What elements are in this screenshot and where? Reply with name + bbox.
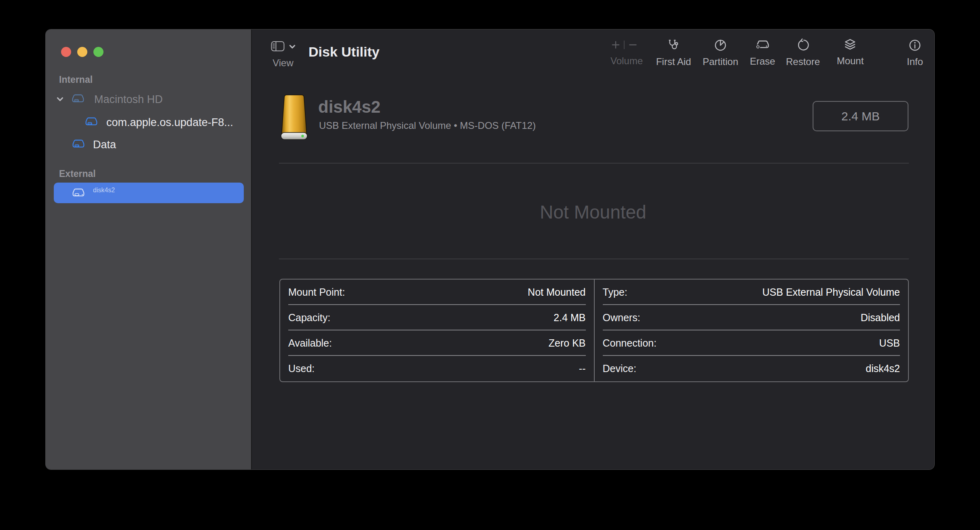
- minimize-button[interactable]: [77, 47, 87, 57]
- detail-label: Used:: [288, 363, 315, 374]
- erase-button[interactable]: Erase: [750, 38, 775, 67]
- internal-drive-icon: [72, 93, 84, 105]
- volume-drive-icon: [85, 116, 98, 128]
- disk-utility-window: Internal Macintosh HD: [46, 29, 934, 469]
- volume-title: disk4s2: [318, 97, 380, 117]
- detail-row-connection: Connection: USB: [595, 330, 908, 356]
- sidebar-item-disk4s2[interactable]: disk4s2: [54, 183, 244, 203]
- sidebar-toggle-icon: [270, 40, 285, 54]
- detail-value: Disabled: [861, 312, 900, 324]
- detail-value: Zero KB: [549, 337, 586, 349]
- sidebar-item-label: disk4s2: [93, 187, 115, 194]
- toolbar-button-label: Erase: [750, 56, 775, 67]
- size-badge: 2.4 MB: [813, 101, 908, 131]
- detail-label: Capacity:: [288, 312, 330, 324]
- details-left-column: Mount Point: Not Mounted Capacity: 2.4 M…: [280, 280, 595, 381]
- mount-button[interactable]: Mount: [837, 38, 864, 67]
- detail-value: USB External Physical Volume: [762, 286, 900, 298]
- partition-button[interactable]: Partition: [703, 38, 738, 67]
- volume-drive-icon: [72, 139, 85, 151]
- volume-subtitle: USB External Physical Volume • MS-DOS (F…: [319, 120, 536, 131]
- view-button[interactable]: View: [270, 40, 296, 69]
- toolbar-button-label: Partition: [703, 56, 738, 67]
- sidebar-section-internal: Internal: [59, 74, 93, 85]
- mount-status-message: Not Mounted: [252, 201, 934, 223]
- detail-label: Available:: [288, 337, 332, 349]
- details-right-column: Type: USB External Physical Volume Owner…: [595, 280, 908, 381]
- sidebar-item-macintosh-hd[interactable]: Macintosh HD: [46, 89, 252, 110]
- sidebar-item-data[interactable]: Data: [46, 134, 252, 155]
- detail-row-mount-point: Mount Point: Not Mounted: [280, 280, 594, 305]
- external-drive-icon: [72, 187, 85, 200]
- disclosure-chevron-icon[interactable]: [57, 96, 63, 103]
- detail-label: Connection:: [603, 337, 657, 349]
- sidebar-item-label: Macintosh HD: [94, 93, 163, 106]
- toolbar-button-label: First Aid: [656, 56, 691, 67]
- add-volume-icon: [610, 38, 644, 51]
- detail-value: 2.4 MB: [553, 312, 585, 324]
- volume-details-table: Mount Point: Not Mounted Capacity: 2.4 M…: [279, 279, 909, 382]
- toolbar-button-label: Restore: [786, 56, 820, 67]
- detail-row-device: Device: disk4s2: [595, 356, 908, 381]
- detail-label: Type:: [603, 286, 627, 298]
- toolbar-button-label: Info: [907, 56, 923, 67]
- restore-button[interactable]: Restore: [786, 38, 820, 67]
- close-button[interactable]: [61, 47, 71, 57]
- detail-row-type: Type: USB External Physical Volume: [595, 280, 908, 305]
- detail-row-available: Available: Zero KB: [280, 330, 594, 356]
- sidebar-item-os-update[interactable]: com.apple.os.update-F8...: [46, 112, 252, 133]
- sidebar-item-label: Data: [93, 139, 116, 151]
- erase-drive-icon: [754, 38, 771, 52]
- toolbar-button-label: Volume: [610, 55, 643, 67]
- view-button-label: View: [272, 57, 294, 69]
- sidebar-section-external: External: [59, 168, 96, 179]
- traffic-lights: [61, 47, 103, 57]
- divider: [279, 259, 909, 259]
- detail-row-owners: Owners: Disabled: [595, 305, 908, 330]
- stethoscope-icon: [666, 38, 681, 52]
- toolbar-button-label: Mount: [837, 55, 864, 67]
- mount-stack-icon: [843, 38, 857, 51]
- detail-row-used: Used: --: [280, 356, 594, 381]
- detail-row-capacity: Capacity: 2.4 MB: [280, 305, 594, 330]
- external-drive-image: [280, 94, 308, 142]
- pie-chart-icon: [714, 38, 727, 52]
- detail-label: Mount Point:: [288, 286, 345, 298]
- detail-value: USB: [879, 337, 900, 349]
- detail-value: disk4s2: [866, 363, 900, 374]
- detail-value: Not Mounted: [528, 286, 585, 298]
- restore-arrow-icon: [796, 38, 810, 52]
- detail-label: Device:: [603, 363, 636, 374]
- divider: [279, 163, 909, 164]
- sidebar: Internal Macintosh HD: [46, 29, 252, 469]
- volume-button-group[interactable]: Volume: [610, 38, 644, 67]
- info-circle-icon: [908, 38, 922, 52]
- first-aid-button[interactable]: First Aid: [656, 38, 691, 67]
- window-title: Disk Utility: [308, 44, 380, 60]
- zoom-button[interactable]: [93, 47, 103, 57]
- detail-value: --: [579, 363, 586, 374]
- chevron-down-icon: [289, 43, 296, 50]
- info-button[interactable]: Info: [907, 38, 923, 67]
- sidebar-item-label: com.apple.os.update-F8...: [106, 116, 233, 129]
- detail-label: Owners:: [603, 312, 640, 324]
